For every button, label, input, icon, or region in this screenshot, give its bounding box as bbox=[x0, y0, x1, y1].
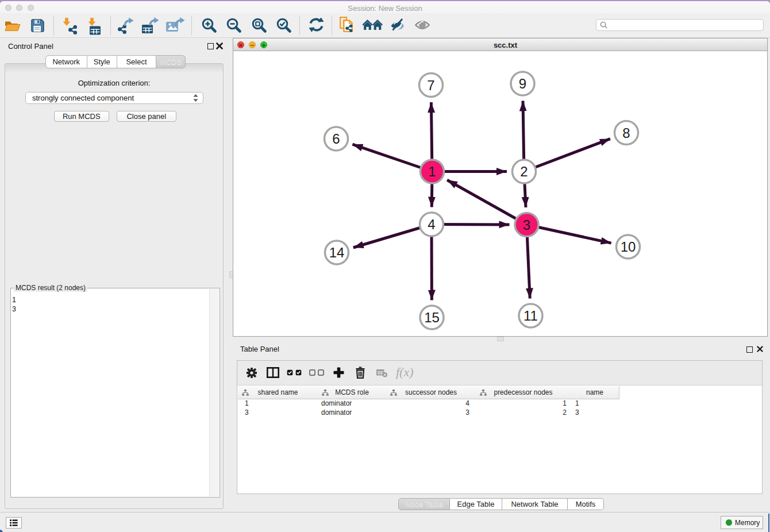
svg-text:2: 2 bbox=[520, 164, 528, 179]
svg-text:14: 14 bbox=[329, 245, 345, 260]
svg-text:7: 7 bbox=[427, 78, 434, 93]
svg-text:6: 6 bbox=[332, 131, 340, 147]
svg-text:1: 1 bbox=[428, 164, 436, 179]
svg-text:4: 4 bbox=[428, 217, 435, 232]
svg-text:3: 3 bbox=[523, 217, 530, 233]
svg-text:8: 8 bbox=[622, 125, 630, 141]
svg-text:15: 15 bbox=[424, 310, 440, 325]
svg-text:10: 10 bbox=[621, 239, 636, 255]
svg-text:11: 11 bbox=[523, 308, 538, 323]
svg-text:9: 9 bbox=[519, 76, 526, 91]
